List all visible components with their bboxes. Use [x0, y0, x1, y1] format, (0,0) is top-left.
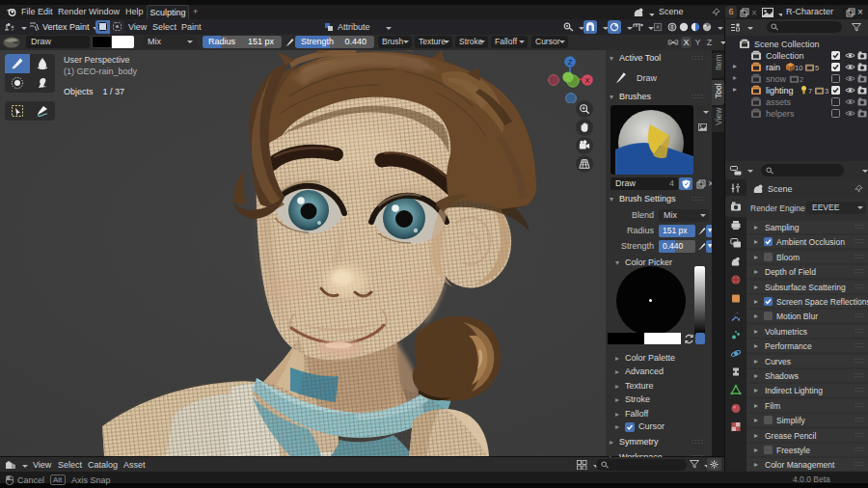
svg-text:Z: Z: [568, 58, 573, 67]
svg-text:X: X: [584, 76, 589, 85]
